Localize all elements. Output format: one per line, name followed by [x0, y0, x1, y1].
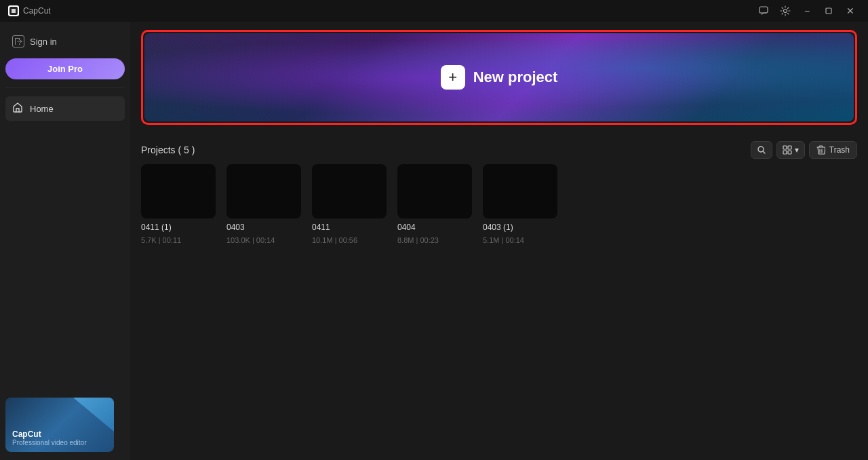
svg-rect-6 [788, 146, 791, 149]
svg-rect-5 [783, 146, 787, 149]
new-project-banner-outline: + New project [141, 30, 857, 125]
sidebar-divider [5, 88, 125, 88]
project-card[interactable]: 0403 (1)5.1M | 00:14 [483, 164, 557, 244]
new-project-banner-wrapper: + New project [130, 22, 868, 133]
promo-card[interactable]: CapCut Professional video editor [5, 398, 114, 452]
sidebar: Sign in Join Pro Home CapCut Professiona… [0, 22, 130, 460]
svg-rect-8 [788, 151, 791, 154]
project-meta: 5.7K | 00:11 [141, 236, 216, 244]
app-body: Sign in Join Pro Home CapCut Professiona… [0, 22, 868, 460]
promo-card-bg: CapCut Professional video editor [5, 398, 114, 452]
project-card[interactable]: 041110.1M | 00:56 [312, 164, 387, 244]
search-button[interactable] [751, 141, 772, 159]
app-logo [8, 5, 19, 16]
sign-in-item[interactable]: Sign in [5, 30, 125, 53]
new-project-label: New project [473, 69, 558, 86]
project-thumbnail [226, 164, 301, 218]
title-bar-left: CapCut [8, 5, 51, 16]
view-toggle-button[interactable]: ▾ [776, 141, 805, 159]
promo-card-subtitle: Professional video editor [12, 439, 87, 446]
project-card[interactable]: 04048.8M | 00:23 [397, 164, 472, 244]
svg-rect-1 [760, 7, 768, 13]
project-name: 0403 (1) [483, 223, 557, 232]
sidebar-bottom: CapCut Professional video editor [5, 398, 125, 452]
svg-rect-3 [826, 8, 831, 14]
project-thumbnail [312, 164, 387, 218]
main-content: + New project Projects ( 5 ) [130, 22, 868, 460]
join-pro-button[interactable]: Join Pro [5, 58, 125, 79]
grid-icon [783, 145, 792, 155]
project-name: 0404 [397, 223, 472, 232]
project-thumbnail [397, 164, 472, 218]
promo-card-decoration [73, 398, 114, 432]
sidebar-item-home[interactable]: Home [5, 96, 125, 121]
promo-card-title: CapCut [12, 429, 87, 439]
project-thumbnail [483, 164, 557, 218]
sign-in-label: Sign in [30, 37, 57, 47]
project-card[interactable]: 0411 (1)5.7K | 00:11 [141, 164, 216, 244]
feedback-button[interactable] [754, 3, 773, 19]
project-thumbnail [141, 164, 216, 218]
projects-toolbar: ▾ Trash [751, 141, 857, 159]
project-name: 0403 [226, 223, 301, 232]
close-button[interactable]: ✕ [841, 3, 860, 19]
project-name: 0411 (1) [141, 223, 216, 232]
app-title: CapCut [23, 6, 51, 16]
maximize-button[interactable] [819, 3, 838, 19]
sign-in-icon [12, 35, 24, 47]
project-card[interactable]: 0403103.0K | 00:14 [226, 164, 301, 244]
trash-icon [816, 145, 825, 155]
home-icon [12, 102, 23, 115]
minimize-button[interactable]: − [797, 3, 816, 19]
chevron-down-icon: ▾ [795, 145, 799, 155]
title-bar: CapCut − ✕ [0, 0, 868, 22]
projects-header: Projects ( 5 ) ▾ [130, 133, 868, 164]
trash-label: Trash [829, 145, 850, 155]
window-controls: − ✕ [754, 3, 860, 19]
new-project-plus-icon: + [441, 65, 465, 90]
svg-point-4 [758, 147, 764, 152]
search-icon [757, 145, 766, 155]
settings-button[interactable] [776, 3, 795, 19]
project-meta: 8.8M | 00:23 [397, 236, 472, 244]
trash-button[interactable]: Trash [809, 141, 857, 159]
home-label: Home [30, 104, 54, 114]
projects-title: Projects ( 5 ) [141, 145, 195, 155]
svg-point-2 [784, 9, 787, 13]
project-meta: 103.0K | 00:14 [226, 236, 301, 244]
projects-grid: 0411 (1)5.7K | 00:110403103.0K | 00:1404… [130, 164, 868, 255]
promo-card-text: CapCut Professional video editor [12, 429, 87, 446]
project-meta: 5.1M | 00:14 [483, 236, 557, 244]
project-meta: 10.1M | 00:56 [312, 236, 387, 244]
project-name: 0411 [312, 223, 387, 232]
new-project-banner[interactable]: + New project [144, 33, 854, 121]
svg-rect-7 [783, 151, 787, 154]
